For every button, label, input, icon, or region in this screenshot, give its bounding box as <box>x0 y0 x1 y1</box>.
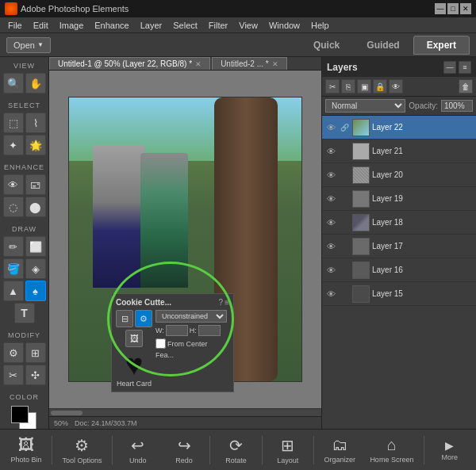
layer-16-eye-icon[interactable]: 👁 <box>325 265 336 276</box>
organizer-button[interactable]: 🗂 Organizer <box>319 433 360 467</box>
menu-edit[interactable]: Edit <box>29 19 53 32</box>
menu-enhance[interactable]: Enhance <box>90 19 133 32</box>
canvas-scroll-area[interactable]: Cookie Cutte... ? ≡ ⊟ ⚙ <box>49 71 321 408</box>
menu-layer[interactable]: Layer <box>136 19 167 32</box>
text-tool[interactable]: T <box>14 303 35 323</box>
layer-17-eye-icon[interactable]: 👁 <box>325 241 336 252</box>
custom-shape-tool[interactable]: ♠ <box>25 281 46 301</box>
left-toolbar: VIEW 🔍 ✋ SELECT ⬚ ⌇ ✦ 🌟 ENHANCE 👁 🖃 ◌ ⬤ … <box>0 57 49 429</box>
menu-help[interactable]: Help <box>306 19 334 32</box>
eye-tool[interactable]: 👁 <box>3 174 24 195</box>
proportion-select[interactable]: Unconstrained Fixed Size Defined Proport… <box>155 310 227 323</box>
foreground-color-swatch[interactable] <box>11 406 29 423</box>
layer-item-18[interactable]: 👁 Layer 18 <box>322 211 476 235</box>
lasso-tool[interactable]: ⌇ <box>25 113 46 133</box>
eraser-tool[interactable]: ⬜ <box>25 236 46 257</box>
tab-quick[interactable]: Quick <box>300 36 353 55</box>
redo-button[interactable]: ↪ Redo <box>163 433 205 468</box>
rotate-button[interactable]: ⟳ Rotate <box>215 433 256 468</box>
h-input[interactable] <box>198 325 221 336</box>
opacity-input[interactable] <box>441 100 473 112</box>
sponge-tool[interactable]: ⬤ <box>25 197 46 217</box>
layer-item-19[interactable]: 👁 Layer 19 <box>322 187 476 211</box>
menu-file[interactable]: File <box>3 19 27 32</box>
new-layer-from-cut[interactable]: ✂ <box>325 79 340 94</box>
panel-menu-icon[interactable]: ≡ <box>459 61 471 74</box>
menu-select[interactable]: Select <box>168 19 202 32</box>
w-input[interactable] <box>166 325 188 336</box>
select-tool[interactable]: ⬚ <box>3 113 24 133</box>
doc-tab-1-close[interactable]: ✕ <box>195 60 202 68</box>
layer-19-eye-icon[interactable]: 👁 <box>325 193 336 204</box>
minimize-button[interactable]: — <box>435 3 446 14</box>
menu-filter[interactable]: Filter <box>204 19 232 32</box>
photo-bin-button[interactable]: 🖼 Photo Bin <box>6 433 47 467</box>
tool-options-label: Tool Options <box>62 457 102 464</box>
layer-item-17[interactable]: 👁 Layer 17 <box>322 235 476 258</box>
doc-tab-1[interactable]: Untitled-1 @ 50% (Layer 22, RGB/8) * ✕ <box>49 57 210 70</box>
shape-custom-icon[interactable]: ⚙ <box>135 310 152 327</box>
layer-20-eye-icon[interactable]: 👁 <box>325 170 336 181</box>
close-button[interactable]: ✕ <box>460 3 471 14</box>
tool-options-button[interactable]: ⚙ Tool Options <box>57 433 106 468</box>
layer-lock[interactable]: 🔒 <box>373 79 387 94</box>
from-center-checkbox[interactable] <box>155 338 166 349</box>
doc-tab-2[interactable]: Untitled-2 ... * ✕ <box>212 57 287 70</box>
options-menu-icon[interactable]: ≡ <box>225 298 229 307</box>
menu-image[interactable]: Image <box>55 19 89 32</box>
crop-tool[interactable]: ⚙ <box>3 342 24 363</box>
maximize-button[interactable]: □ <box>447 3 459 14</box>
blend-mode-select[interactable]: Normal Dissolve Multiply Screen <box>325 99 405 113</box>
layer-15-eye-icon[interactable]: 👁 <box>325 288 336 300</box>
home-screen-button[interactable]: ⌂ Home Screen <box>365 433 418 467</box>
layer-item-20[interactable]: 👁 Layer 20 <box>322 163 476 187</box>
layer-20-name: Layer 20 <box>372 170 473 179</box>
zoom-tool[interactable]: 🔍 <box>3 73 24 94</box>
paint-bucket-tool[interactable]: 🪣 <box>3 258 24 279</box>
proportion-row: Unconstrained Fixed Size Defined Proport… <box>155 310 229 323</box>
layer-21-eye-icon[interactable]: 👁 <box>325 146 336 157</box>
menu-view[interactable]: View <box>234 19 263 32</box>
gradient-tool[interactable]: ◈ <box>25 258 46 279</box>
brush-tool[interactable]: ✏ <box>3 236 24 257</box>
quick-select-tool[interactable]: 🌟 <box>25 135 46 155</box>
layer-visibility[interactable]: 👁 <box>389 79 403 94</box>
undo-button[interactable]: ↩ Undo <box>117 433 159 468</box>
layout-button[interactable]: ⊞ Layout <box>267 433 309 468</box>
delete-layer[interactable]: 🗑 <box>459 79 473 94</box>
layer-item-16[interactable]: 👁 Layer 16 <box>322 258 476 282</box>
help-icon[interactable]: ? <box>219 298 224 307</box>
layer-22-eye-icon[interactable]: 👁 <box>325 122 336 133</box>
tab-guided[interactable]: Guided <box>353 36 413 55</box>
new-layer-from-copy[interactable]: ⎘ <box>341 79 355 94</box>
layer-item-22[interactable]: 👁 🔗 Layer 22 <box>322 116 476 139</box>
organizer-label: Organizer <box>324 456 355 464</box>
tab-expert[interactable]: Expert <box>413 36 470 55</box>
more-button[interactable]: ▶ More <box>429 436 470 464</box>
from-center-row: From Center <box>155 338 229 349</box>
doc-tab-2-close[interactable]: ✕ <box>272 60 278 68</box>
shape-photo-icon[interactable]: 🖼 <box>125 330 143 347</box>
scrollbar-thumb-h[interactable] <box>51 411 83 415</box>
recompose-tool[interactable]: ⊞ <box>25 342 46 363</box>
move-tool[interactable]: ✣ <box>25 365 46 385</box>
layer-18-eye-icon[interactable]: 👁 <box>325 217 336 228</box>
shape-tool[interactable]: ▲ <box>3 281 24 301</box>
panel-collapse-icon[interactable]: — <box>443 61 456 74</box>
clone-tool[interactable]: 🖃 <box>25 174 46 195</box>
shape-buttons-row: ⊟ ⚙ <box>116 310 152 327</box>
shape-rect-icon[interactable]: ⊟ <box>116 310 133 327</box>
title-bar: Adobe Photoshop Elements — □ ✕ <box>0 0 476 17</box>
magic-wand-tool[interactable]: ✦ <box>3 135 24 155</box>
hand-tool[interactable]: ✋ <box>25 73 46 94</box>
layer-item-21[interactable]: 👁 Layer 21 <box>322 139 476 163</box>
layers-list: 👁 🔗 Layer 22 👁 Layer 21 👁 Layer 20 <box>322 116 476 429</box>
ruler-tool[interactable]: ✂ <box>3 365 24 385</box>
horizontal-scrollbar[interactable] <box>49 408 321 416</box>
blur-tool[interactable]: ◌ <box>3 197 24 217</box>
new-fill-layer[interactable]: ▣ <box>357 79 371 94</box>
menu-window[interactable]: Window <box>264 19 305 32</box>
layer-21-name: Layer 21 <box>372 147 473 155</box>
layer-item-15[interactable]: 👁 Layer 15 <box>322 282 476 306</box>
open-button[interactable]: Open ▼ <box>6 37 51 53</box>
